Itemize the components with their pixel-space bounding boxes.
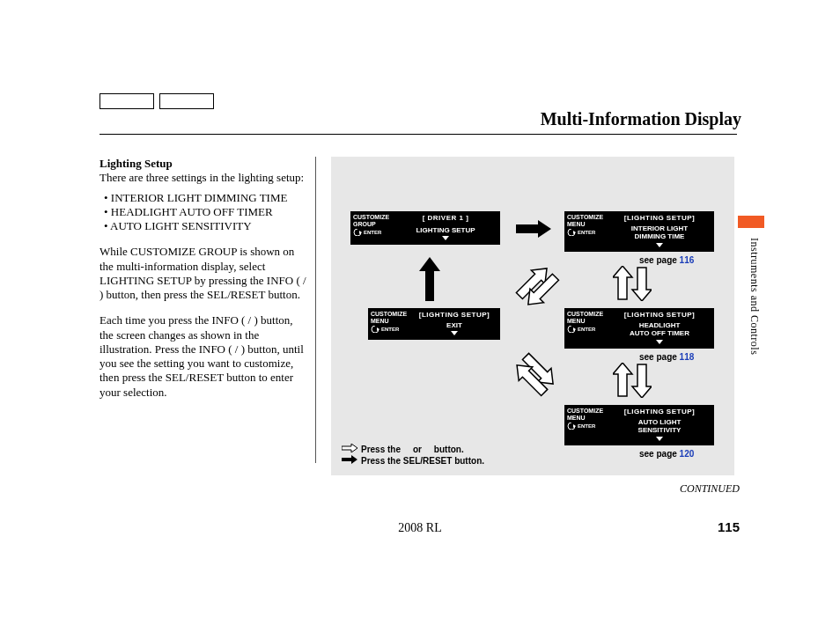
arrow-diagonal-pair-icon	[512, 349, 561, 401]
triangle-down-icon	[608, 340, 711, 344]
arrow-right-solid-icon	[516, 220, 551, 241]
screen-title: [LIGHTING SETUP]	[608, 408, 711, 416]
triangle-down-icon	[608, 243, 711, 247]
screen-exit: CUSTOMIZE MENU ENTER [LIGHTING SETUP] EX…	[368, 308, 500, 340]
screen-value: AUTO OFF TIMER	[608, 329, 711, 338]
screen-left-label: MENU	[567, 318, 602, 325]
list-item: AUTO LIGHT SENSITIVITY	[112, 219, 306, 233]
column-divider	[315, 157, 316, 463]
screen-autolight: CUSTOMIZE MENU ENTER [LIGHTING SETUP] AU…	[564, 405, 714, 445]
caption-see-page: see page 118	[639, 352, 694, 362]
screen-left-label: MENU	[567, 415, 602, 422]
footer-model: 2008 RL	[0, 521, 840, 535]
screen-value: HEADLIGHT	[608, 321, 711, 330]
section-heading: Lighting Setup	[99, 157, 173, 170]
enter-icon: ENTER	[371, 326, 406, 333]
arrow-diagonal-pair-icon	[512, 261, 561, 313]
screen-title: [LIGHTING SETUP]	[608, 311, 711, 320]
bullet-list: INTERIOR LIGHT DIMMING TIME HEADLIGHT AU…	[99, 191, 306, 234]
screen-value: LIGHTING SETUP	[394, 226, 497, 235]
triangle-down-icon	[608, 437, 711, 441]
arrow-right-outline-icon	[342, 444, 357, 455]
screen-value: SENSITIVITY	[608, 426, 711, 435]
diagram-legend: Press the or button. Press the SEL/RESET…	[342, 444, 484, 467]
screen-interior-light: CUSTOMIZE MENU ENTER [LIGHTING SETUP] IN…	[564, 211, 714, 252]
placeholder-box	[159, 93, 214, 109]
screen-left-label: GROUP	[353, 221, 388, 228]
screen-left-label: MENU	[371, 318, 406, 325]
continued-label: CONTINUED	[680, 482, 740, 496]
triangle-down-icon	[394, 236, 497, 240]
horizontal-rule	[99, 134, 737, 135]
footer-page-number: 115	[718, 519, 740, 534]
enter-icon: ENTER	[567, 423, 602, 430]
screen-title: [ DRIVER 1 ]	[394, 214, 497, 223]
screen-customize-group: CUSTOMIZE GROUP ENTER [ DRIVER 1 ] LIGHT…	[350, 211, 500, 245]
page-ref-link[interactable]: 116	[680, 255, 695, 265]
screen-title: [LIGHTING SETUP]	[412, 311, 497, 320]
arrow-up-solid-icon	[419, 257, 440, 305]
screen-left-label: CUSTOMIZE	[567, 214, 602, 221]
list-item: HEADLIGHT AUTO OFF TIMER	[112, 205, 306, 219]
flow-diagram: CUSTOMIZE GROUP ENTER [ DRIVER 1 ] LIGHT…	[331, 157, 734, 475]
header-placeholder-boxes	[99, 93, 214, 109]
enter-icon: ENTER	[353, 229, 388, 236]
enter-icon: ENTER	[567, 326, 602, 333]
paragraph: Each time you press the INFO ( / ) butto…	[99, 313, 306, 400]
triangle-down-icon	[412, 331, 497, 335]
section-tab	[738, 216, 764, 228]
screen-value: INTERIOR LIGHT	[608, 224, 711, 233]
screen-value: EXIT	[412, 321, 497, 330]
screen-left-label: CUSTOMIZE	[567, 311, 602, 318]
body-column: Lighting Setup There are three settings …	[99, 157, 306, 411]
page: Multi-Information Display Lighting Setup…	[0, 0, 840, 625]
page-ref-link[interactable]: 118	[680, 352, 695, 362]
page-title: Multi-Information Display	[541, 109, 741, 129]
arrow-updown-pair-icon	[613, 363, 652, 401]
screen-value: AUTO LIGHT	[608, 418, 711, 427]
caption-see-page: see page 120	[639, 449, 694, 459]
page-ref-link[interactable]: 120	[680, 449, 695, 459]
placeholder-box	[99, 93, 154, 109]
arrow-updown-pair-icon	[613, 266, 652, 305]
screen-left-label: MENU	[567, 221, 602, 228]
caption-see-page: see page 116	[639, 255, 694, 265]
screen-value: DIMMING TIME	[608, 232, 711, 241]
enter-icon: ENTER	[567, 229, 602, 236]
screen-left-label: CUSTOMIZE	[567, 408, 602, 415]
list-item: INTERIOR LIGHT DIMMING TIME	[112, 191, 306, 205]
intro-text: There are three settings in the lighting…	[99, 171, 304, 184]
screen-left-label: CUSTOMIZE	[353, 214, 388, 221]
screen-headlight: CUSTOMIZE MENU ENTER [LIGHTING SETUP] HE…	[564, 308, 714, 349]
arrow-right-solid-icon	[342, 455, 357, 467]
screen-left-label: CUSTOMIZE	[371, 311, 406, 318]
section-side-label: Instruments and Controls	[748, 238, 761, 355]
paragraph: While CUSTOMIZE GROUP is shown on the mu…	[99, 245, 306, 302]
screen-title: [LIGHTING SETUP]	[608, 214, 711, 223]
